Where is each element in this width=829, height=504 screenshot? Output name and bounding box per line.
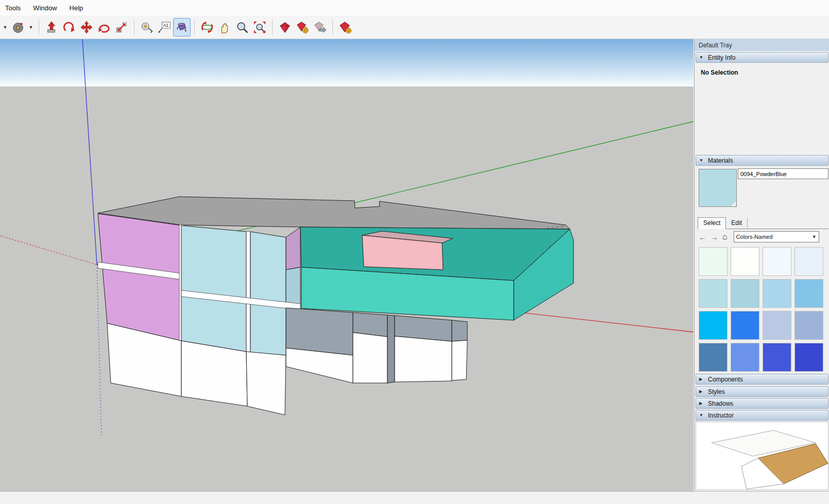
- panel-label: Materials: [708, 157, 733, 164]
- white-column-1[interactable]: [353, 333, 387, 383]
- zoom-extents-icon: [253, 21, 266, 34]
- material-preview-swatch[interactable]: [699, 169, 737, 207]
- scale-tool[interactable]: [113, 18, 130, 37]
- white-wall-mid-1[interactable]: [181, 341, 247, 406]
- component-red-tool[interactable]: [276, 18, 294, 37]
- toolbar-separator: [39, 20, 39, 35]
- scale-icon: [115, 21, 128, 34]
- expand-triangle-icon: ▶: [699, 401, 704, 406]
- magnifier-icon: [235, 21, 249, 34]
- zoom-tool[interactable]: [233, 18, 251, 37]
- white-column-2[interactable]: [395, 336, 452, 382]
- color-swatch[interactable]: [763, 279, 791, 308]
- orbit-icon: [200, 21, 214, 34]
- color-swatch[interactable]: [794, 247, 823, 276]
- panel-header-styles[interactable]: ▶ Styles: [696, 386, 828, 397]
- color-swatch[interactable]: [763, 247, 791, 276]
- move-icon: [80, 21, 93, 34]
- color-swatch[interactable]: [699, 343, 728, 372]
- tape-measure-icon: [140, 21, 154, 34]
- component-gray-icon: [313, 21, 327, 34]
- color-swatch[interactable]: [794, 279, 823, 308]
- color-swatch[interactable]: [731, 247, 759, 276]
- instructor-illustration: [696, 422, 828, 490]
- panel-label: Entity Info: [708, 54, 735, 61]
- collection-name: Colors-Named: [736, 234, 773, 240]
- expand-triangle-icon: ▶: [699, 389, 704, 394]
- menu-window[interactable]: Window: [33, 4, 57, 12]
- color-swatch[interactable]: [731, 279, 759, 308]
- model-canvas: [0, 39, 693, 491]
- collection-dropdown[interactable]: Colors-Named ▼: [734, 231, 819, 242]
- color-swatch[interactable]: [731, 343, 759, 372]
- shadow-wall[interactable]: [286, 308, 353, 355]
- collapse-triangle-icon: ▼: [699, 413, 704, 418]
- white-column-3[interactable]: [452, 340, 467, 380]
- paint-bucket-tool[interactable]: [173, 18, 191, 37]
- white-wall-mid-2[interactable]: [246, 352, 286, 415]
- in-model-home-icon[interactable]: ⌂: [722, 233, 728, 241]
- menu-help[interactable]: Help: [70, 4, 83, 12]
- orbit-tool[interactable]: [198, 18, 216, 37]
- push-pull-icon: [45, 21, 58, 34]
- panel-label: Styles: [708, 388, 725, 395]
- extension-tool[interactable]: [336, 18, 354, 37]
- corner-fold-icon: [731, 201, 736, 206]
- toolbar-separator: [272, 20, 273, 35]
- zoom-extents-tool[interactable]: [251, 18, 268, 37]
- tray-title: Default Tray: [695, 39, 829, 51]
- component-gem-icon: [278, 21, 292, 34]
- color-swatch[interactable]: [763, 311, 791, 340]
- panel-header-components[interactable]: ▶ Components: [696, 374, 828, 385]
- shadow-beam-3[interactable]: [452, 320, 467, 341]
- tab-edit[interactable]: Edit: [726, 218, 748, 229]
- expand-triangle-icon: ▶: [699, 377, 704, 381]
- follow-me-icon: [62, 21, 76, 34]
- tab-filler: [748, 229, 828, 229]
- panel-label: Instructor: [708, 412, 734, 419]
- blue-wall-face-2[interactable]: [250, 232, 286, 355]
- color-swatch[interactable]: [699, 279, 728, 308]
- panel-header-materials[interactable]: ▼ Materials: [696, 155, 828, 166]
- tab-select[interactable]: Select: [698, 217, 726, 229]
- pan-hand-icon: [218, 21, 231, 34]
- materials-tabs: Select Edit: [698, 217, 828, 229]
- svg-text:A1: A1: [163, 23, 169, 28]
- move-tool[interactable]: [78, 18, 95, 37]
- material-name-field[interactable]: [738, 168, 828, 179]
- model-viewport[interactable]: [0, 39, 693, 491]
- blue-wall-face-1[interactable]: [181, 225, 246, 352]
- toolbar-separator: [134, 20, 134, 35]
- wall-gap[interactable]: [246, 231, 250, 353]
- color-swatch[interactable]: [763, 343, 791, 372]
- tool-dropdown[interactable]: ▼: [1, 18, 9, 37]
- pan-tool[interactable]: [216, 18, 233, 37]
- component-options-tool[interactable]: [294, 18, 311, 37]
- panel-header-instructor[interactable]: ▼ Instructor: [696, 410, 828, 421]
- chevron-down-icon: ▼: [3, 25, 8, 30]
- materials-nav-row: ← → ⌂ Colors-Named ▼: [699, 231, 827, 243]
- panel-header-shadows[interactable]: ▶ Shadows: [696, 398, 828, 409]
- color-swatch[interactable]: [699, 247, 728, 276]
- forward-arrow-icon[interactable]: →: [710, 233, 718, 241]
- entity-info-status: No Selection: [701, 69, 738, 76]
- color-swatch[interactable]: [699, 311, 728, 340]
- color-swatch[interactable]: [794, 311, 823, 340]
- follow-me-tool[interactable]: [60, 18, 78, 37]
- circle-tool[interactable]: [9, 18, 27, 37]
- back-arrow-icon[interactable]: ←: [699, 233, 706, 241]
- shadow-sliver[interactable]: [387, 315, 395, 383]
- text-tool[interactable]: A1: [156, 18, 173, 37]
- collapse-triangle-icon: ▼: [699, 55, 704, 60]
- push-pull-tool[interactable]: [43, 18, 60, 37]
- panel-header-entity-info[interactable]: ▼ Entity Info: [696, 52, 828, 63]
- component-exchange-tool[interactable]: [311, 18, 329, 37]
- extension-gem-gear-icon: [339, 21, 352, 34]
- color-swatch[interactable]: [731, 311, 759, 340]
- menu-tools[interactable]: Tools: [5, 4, 21, 12]
- color-swatch[interactable]: [794, 343, 823, 372]
- instructor-panel-body: [696, 422, 828, 490]
- circle-tool-dropdown[interactable]: ▼: [27, 18, 35, 37]
- tape-measure-tool[interactable]: [138, 18, 156, 37]
- rotate-tool[interactable]: [95, 18, 113, 37]
